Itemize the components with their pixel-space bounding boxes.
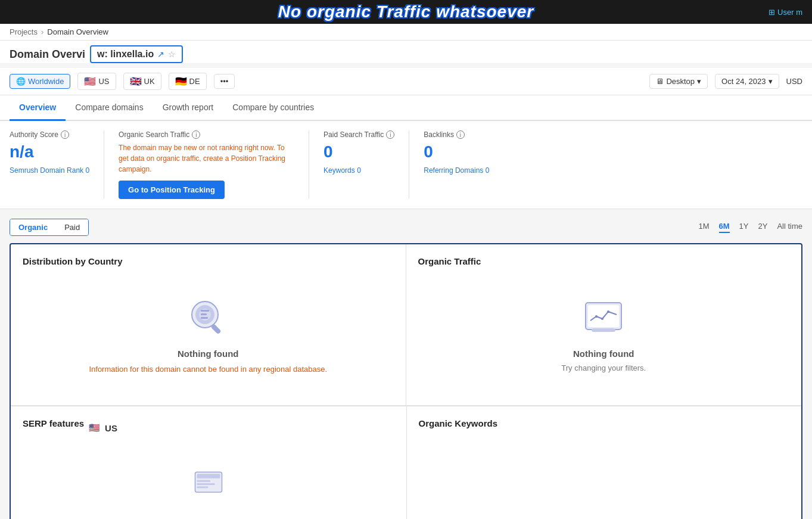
domain-name: w: linxella.io — [97, 49, 154, 60]
external-link-icon[interactable]: ↗ — [157, 49, 164, 59]
breadcrumb-projects[interactable]: Projects — [10, 27, 38, 36]
authority-score-sub: Semrush Domain Rank 0 — [10, 166, 89, 175]
traffic-toggle-group: Organic Paid — [10, 219, 89, 236]
distribution-empty-title: Nothing found — [178, 349, 238, 359]
currency-label: USD — [786, 77, 802, 86]
tab-compare-countries[interactable]: Compare by countries — [223, 95, 323, 121]
svg-rect-12 — [592, 328, 615, 332]
svg-point-10 — [601, 318, 603, 320]
de-filter[interactable]: 🇩🇪 DE — [169, 73, 207, 90]
filter-bar: 🌐 Worldwide 🇺🇸 US 🇬🇧 UK 🇩🇪 DE ••• 🖥 Desk… — [0, 68, 812, 95]
authority-score-block: Authority Score i n/a Semrush Domain Ran… — [10, 130, 104, 199]
svg-rect-5 — [201, 313, 207, 315]
organic-toggle[interactable]: Organic — [10, 219, 56, 235]
paid-search-value: 0 — [323, 142, 394, 161]
domain-title-row: Domain Overvi w: linxella.io ↗ ☆ — [10, 45, 802, 63]
time-1m[interactable]: 1M — [698, 222, 709, 233]
uk-filter[interactable]: 🇬🇧 UK — [123, 73, 161, 90]
tab-growth-report[interactable]: Growth report — [153, 95, 223, 121]
domain-name-box[interactable]: w: linxella.io ↗ ☆ — [90, 45, 183, 63]
organic-info-icon[interactable]: i — [192, 130, 200, 139]
backlinks-label: Backlinks i — [424, 130, 493, 139]
paid-search-label: Paid Search Traffic i — [323, 130, 394, 139]
serp-empty-state — [23, 447, 394, 520]
serp-illustration — [191, 465, 226, 501]
time-1y[interactable]: 1Y — [739, 222, 749, 233]
semrush-rank-value: 0 — [85, 166, 89, 175]
tab-overview[interactable]: Overview — [10, 95, 66, 121]
stats-row: Authority Score i n/a Semrush Domain Ran… — [0, 121, 812, 209]
paid-search-sub: Keywords 0 — [323, 166, 394, 175]
svg-point-11 — [607, 310, 609, 313]
breadcrumb-separator: › — [41, 27, 43, 36]
time-6m[interactable]: 6M — [719, 222, 730, 233]
organic-keywords-section: Organic Keywords — [406, 406, 802, 520]
more-icon: ••• — [220, 77, 229, 86]
content-controls: Organic Paid 1M 6M 1Y 2Y All time — [10, 219, 802, 236]
magnifier-illustration — [184, 294, 232, 341]
paid-info-icon[interactable]: i — [386, 130, 394, 139]
organic-keywords-title: Organic Keywords — [419, 418, 790, 428]
more-countries-filter[interactable]: ••• — [214, 74, 235, 89]
content-area: Organic Paid 1M 6M 1Y 2Y All time Distri… — [0, 209, 812, 519]
referring-domains-value: 0 — [486, 166, 490, 175]
us-flag-serp: 🇺🇸 — [89, 422, 100, 433]
svg-rect-6 — [201, 317, 208, 319]
organic-warning: The domain may be new or not ranking rig… — [119, 142, 285, 175]
user-menu[interactable]: ⊞ User m — [769, 8, 802, 17]
us-label: US — [98, 77, 109, 86]
domain-title-label: Domain Overvi — [10, 48, 85, 61]
svg-rect-16 — [197, 483, 214, 485]
serp-features-section: SERP features 🇺🇸 US — [11, 406, 406, 520]
serp-title-row: SERP features 🇺🇸 US — [23, 418, 394, 438]
top-bar-title: No organic Traffic whatsoever — [278, 2, 534, 21]
grid-icon: ⊞ — [769, 8, 775, 17]
uk-label: UK — [144, 77, 155, 86]
worldwide-filter[interactable]: 🌐 Worldwide — [10, 74, 70, 89]
date-filter[interactable]: Oct 24, 2023 ▾ — [715, 74, 779, 89]
date-label: Oct 24, 2023 — [721, 77, 766, 86]
us-flag: 🇺🇸 — [84, 76, 96, 87]
distribution-title: Distribution by Country — [23, 256, 394, 266]
chevron-down-icon-date: ▾ — [769, 77, 773, 86]
breadcrumb-current: Domain Overview — [47, 27, 108, 36]
authority-info-icon[interactable]: i — [61, 130, 69, 139]
backlinks-info-icon[interactable]: i — [456, 130, 465, 139]
de-flag: 🇩🇪 — [175, 76, 187, 87]
star-icon[interactable]: ☆ — [168, 49, 176, 59]
svg-point-9 — [595, 315, 598, 318]
svg-rect-17 — [197, 486, 208, 488]
backlinks-block: Backlinks i 0 Referring Domains 0 — [424, 130, 507, 199]
time-all[interactable]: All time — [777, 222, 802, 233]
device-label: Desktop — [666, 77, 695, 86]
backlinks-sub: Referring Domains 0 — [424, 166, 493, 175]
chart-illustration — [580, 294, 627, 341]
svg-rect-8 — [588, 305, 619, 327]
serp-title: SERP features — [23, 418, 84, 428]
distribution-empty-subtitle: Information for this domain cannot be fo… — [89, 363, 327, 375]
us-filter[interactable]: 🇺🇸 US — [77, 73, 116, 90]
top-bar: No organic Traffic whatsoever ⊞ User m — [0, 0, 812, 24]
organic-search-label: Organic Search Traffic i — [119, 130, 294, 139]
paid-toggle[interactable]: Paid — [56, 219, 88, 235]
organic-search-block: Organic Search Traffic i The domain may … — [119, 130, 309, 199]
worldwide-label: Worldwide — [28, 77, 64, 86]
globe-icon: 🌐 — [16, 77, 26, 86]
organic-traffic-section: Organic Traffic Nothing found Try changi… — [406, 244, 802, 405]
organic-traffic-empty-subtitle: Try changing your filters. — [561, 363, 646, 372]
position-tracking-button[interactable]: Go to Position Tracking — [119, 181, 225, 199]
domain-header: Domain Overvi w: linxella.io ↗ ☆ — [0, 41, 812, 63]
device-filter[interactable]: 🖥 Desktop ▾ — [649, 74, 708, 89]
svg-rect-15 — [197, 480, 210, 481]
distribution-empty-state: Nothing found Information for this domai… — [23, 276, 394, 393]
chevron-down-icon: ▾ — [697, 77, 701, 86]
time-2y[interactable]: 2Y — [758, 222, 767, 233]
authority-score-label: Authority Score i — [10, 130, 89, 139]
breadcrumb: Projects › Domain Overview — [0, 24, 812, 41]
de-label: DE — [189, 77, 200, 86]
organic-traffic-empty-title: Nothing found — [573, 349, 634, 359]
filter-right: 🖥 Desktop ▾ Oct 24, 2023 ▾ USD — [649, 74, 802, 89]
paid-keywords-value: 0 — [357, 166, 361, 175]
tab-compare-domains[interactable]: Compare domains — [66, 95, 153, 121]
svg-rect-4 — [201, 310, 209, 312]
